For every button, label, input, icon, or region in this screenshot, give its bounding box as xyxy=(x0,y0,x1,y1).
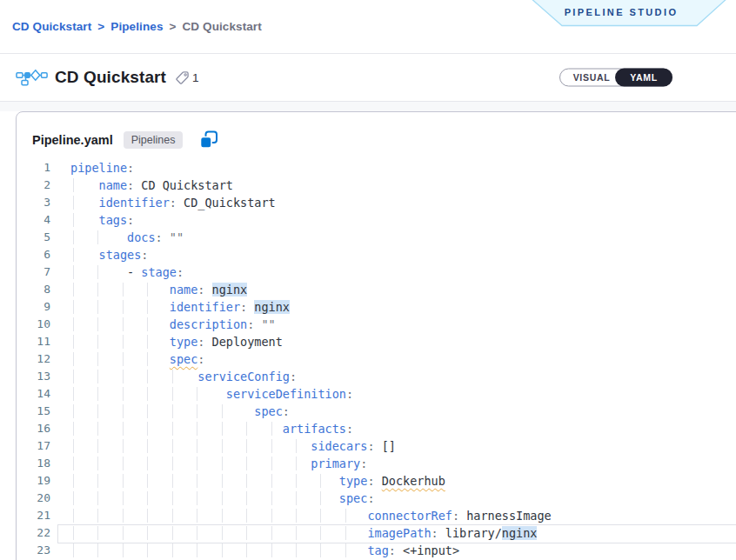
code-line[interactable]: 6 stages: xyxy=(17,246,736,263)
breadcrumb: CD Quickstart > Pipelines > CD Quickstar… xyxy=(12,20,262,33)
breadcrumb-link-cd-quickstart[interactable]: CD Quickstart xyxy=(12,20,91,33)
line-number: 6 xyxy=(17,246,50,263)
code-line[interactable]: 20 spec: xyxy=(17,490,736,507)
code-line[interactable]: 13 serviceConfig: xyxy=(17,368,736,385)
line-number: 1 xyxy=(17,159,50,177)
code-line[interactable]: 11 type: Deployment xyxy=(17,333,736,350)
breadcrumb-current-page: CD Quickstart xyxy=(182,20,261,33)
code-line[interactable]: 10 description: "" xyxy=(17,316,736,333)
line-number: 18 xyxy=(17,455,50,472)
tag-icon xyxy=(175,70,190,85)
code-line[interactable]: 21 connectorRef: harnessImage xyxy=(17,507,736,524)
code-line[interactable]: 5 docs: "" xyxy=(17,229,736,246)
visual-yaml-toggle: VISUAL YAML xyxy=(559,69,672,87)
line-number: 20 xyxy=(17,490,50,507)
code-line[interactable]: 15 spec: xyxy=(17,403,736,420)
line-number: 23 xyxy=(17,542,50,559)
file-name: Pipeline.yaml xyxy=(32,133,113,147)
line-number: 17 xyxy=(17,437,50,455)
code-line[interactable]: 8 name: nginx xyxy=(17,281,736,298)
line-number: 10 xyxy=(17,316,50,333)
code-line[interactable]: 2 name: CD Quickstart xyxy=(17,177,736,194)
pipelines-badge: Pipelines xyxy=(124,131,184,149)
copy-icon xyxy=(199,130,218,150)
yaml-panel: Pipeline.yaml Pipelines 1pipeline:2 name… xyxy=(16,111,736,560)
line-number: 2 xyxy=(17,177,50,194)
code-line[interactable]: 9 identifier: nginx xyxy=(17,298,736,316)
breadcrumb-separator: > xyxy=(164,20,183,33)
copy-button[interactable] xyxy=(198,130,219,150)
top-bar: CD Quickstart > Pipelines > CD Quickstar… xyxy=(0,0,736,54)
line-number: 5 xyxy=(17,229,50,246)
yaml-editor: 1pipeline:2 name: CD Quickstart3 identif… xyxy=(17,159,736,559)
line-number: 15 xyxy=(17,403,50,420)
code-line[interactable]: 4 tags: xyxy=(17,211,736,229)
code-line[interactable]: 3 identifier: CD_Quickstart xyxy=(17,194,736,211)
line-number: 9 xyxy=(17,298,50,316)
code-line[interactable]: 12 spec: xyxy=(17,350,736,368)
line-number: 19 xyxy=(17,472,50,490)
breadcrumb-link-pipelines[interactable]: Pipelines xyxy=(110,20,163,33)
tag-count: 1 xyxy=(192,71,199,84)
line-number: 12 xyxy=(17,350,50,368)
code-line[interactable]: 17 sidecars: [] xyxy=(17,437,736,455)
line-number: 3 xyxy=(17,194,50,211)
pipeline-icon xyxy=(16,69,48,86)
line-number: 13 xyxy=(17,368,50,385)
tags-indicator: 1 xyxy=(175,70,199,85)
pipeline-studio-banner: PIPELINE STUDIO xyxy=(509,0,733,28)
page-title: CD Quickstart xyxy=(55,68,166,87)
code-line[interactable]: 1pipeline: xyxy=(17,159,736,177)
code-line[interactable]: 23 tag: <+input> xyxy=(17,542,736,559)
breadcrumb-separator: > xyxy=(91,20,110,33)
line-number: 16 xyxy=(17,420,50,437)
code-line[interactable]: 7 - stage: xyxy=(17,263,736,281)
page-background-strip xyxy=(0,102,736,111)
code-line[interactable]: 14 serviceDefinition: xyxy=(17,385,736,403)
code-line[interactable]: 18 primary: xyxy=(17,455,736,472)
banner-label: PIPELINE STUDIO xyxy=(509,0,733,24)
line-number: 8 xyxy=(17,281,50,298)
title-bar: CD Quickstart 1 VISUAL YAML xyxy=(0,54,736,102)
line-number: 21 xyxy=(17,507,50,524)
line-number: 22 xyxy=(17,524,50,542)
line-number: 11 xyxy=(17,333,50,350)
tab-yaml[interactable]: YAML xyxy=(615,69,672,87)
code-line[interactable]: 19 type: Dockerhub xyxy=(17,472,736,490)
line-number: 4 xyxy=(17,211,50,229)
code-line[interactable]: 22 imagePath: library/nginx xyxy=(17,524,736,542)
yaml-panel-header: Pipeline.yaml Pipelines xyxy=(17,112,736,159)
line-number: 7 xyxy=(17,263,50,281)
line-number: 14 xyxy=(17,385,50,403)
code-line[interactable]: 16 artifacts: xyxy=(17,420,736,437)
